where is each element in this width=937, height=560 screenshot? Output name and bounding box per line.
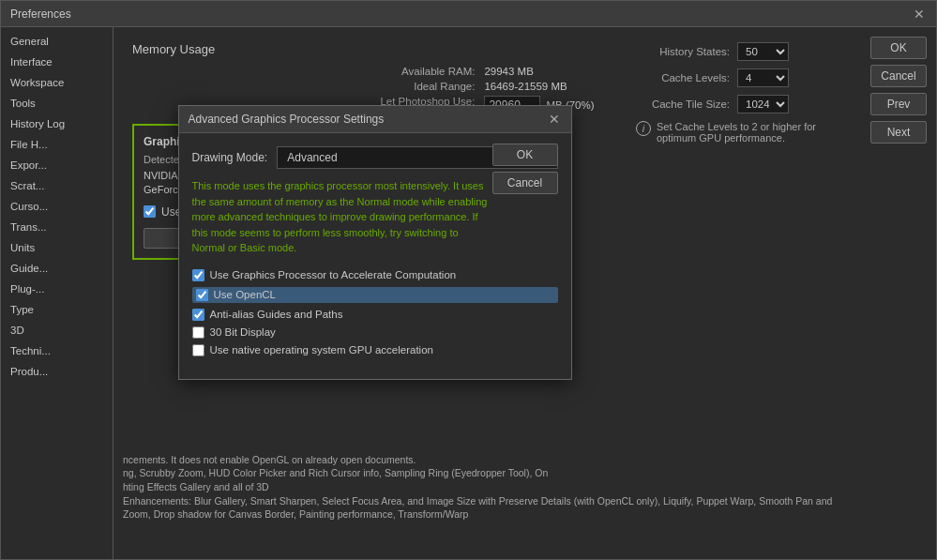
- 30-bit-label: 30 Bit Display: [210, 326, 276, 338]
- use-opencl-label: Use OpenCL: [214, 289, 276, 300]
- dialog-title-bar: Advanced Graphics Processor Settings ✕: [179, 106, 571, 133]
- anti-alias-label: Anti-alias Guides and Paths: [210, 309, 343, 320]
- advanced-dialog: Advanced Graphics Processor Settings ✕ D…: [178, 105, 572, 380]
- use-opencl-row: Use OpenCL: [192, 287, 558, 303]
- drawing-mode-label: Drawing Mode:: [192, 151, 268, 164]
- dialog-buttons: OK Cancel: [492, 144, 558, 194]
- anti-alias-checkbox[interactable]: [192, 309, 204, 321]
- dialog-checkboxes: Use Graphics Processor to Accelerate Com…: [192, 269, 558, 356]
- dialog-ok-button[interactable]: OK: [492, 144, 558, 166]
- 30-bit-row: 30 Bit Display: [192, 326, 558, 339]
- accelerate-computation-label: Use Graphics Processor to Accelerate Com…: [210, 269, 457, 280]
- native-gpu-row: Use native operating system GPU accelera…: [192, 344, 558, 356]
- dialog-cancel-button[interactable]: Cancel: [492, 172, 558, 194]
- dialog-title: Advanced Graphics Processor Settings: [189, 113, 385, 126]
- anti-alias-row: Anti-alias Guides and Paths: [192, 309, 558, 321]
- use-opencl-checkbox[interactable]: [196, 289, 208, 301]
- native-gpu-checkbox[interactable]: [192, 344, 204, 356]
- dialog-close-button[interactable]: ✕: [547, 112, 562, 127]
- preferences-window: Preferences ✕ GeneralInterfaceWorkspaceT…: [0, 0, 937, 560]
- dialog-body: Drawing Mode: Advanced Normal Basic This…: [179, 133, 571, 379]
- accelerate-computation-checkbox[interactable]: [192, 269, 204, 281]
- accelerate-computation-row: Use Graphics Processor to Accelerate Com…: [192, 269, 558, 281]
- dialog-overlay: Advanced Graphics Processor Settings ✕ D…: [1, 1, 936, 559]
- native-gpu-label: Use native operating system GPU accelera…: [210, 344, 433, 356]
- 30-bit-checkbox[interactable]: [192, 326, 204, 339]
